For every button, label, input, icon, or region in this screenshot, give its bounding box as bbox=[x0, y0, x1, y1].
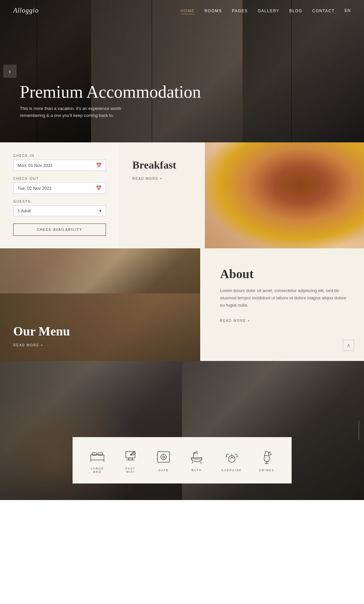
about-text: Lorem ipsum dolor sit amet, consectetur … bbox=[220, 287, 349, 309]
svg-rect-1 bbox=[92, 453, 97, 455]
language-selector[interactable]: EN bbox=[344, 8, 351, 13]
svg-point-21 bbox=[194, 452, 195, 454]
drinks-icon bbox=[258, 449, 275, 465]
amenities-section: LARGE BED FAST WIFI bbox=[0, 361, 364, 500]
amenity-bath[interactable]: BATH bbox=[188, 449, 205, 472]
bath-label: BATH bbox=[192, 469, 202, 472]
bath-icon bbox=[188, 449, 205, 465]
hero-content: Premium Accommodation This is more than … bbox=[20, 82, 201, 119]
nav-gallery[interactable]: GALLERY bbox=[258, 9, 280, 13]
scroll-up-button[interactable]: ∧ bbox=[343, 340, 354, 351]
nav-contact[interactable]: CONTACT bbox=[312, 9, 335, 13]
breakfast-text: Breakfast READ MORE + bbox=[132, 159, 176, 181]
breakfast-title: Breakfast bbox=[132, 159, 176, 171]
safe-icon bbox=[155, 449, 172, 465]
menu-panel: Our Menu READ MORE + bbox=[0, 248, 205, 361]
brand-logo: Alloggio bbox=[13, 7, 39, 14]
drinks-label: DRINKS bbox=[259, 469, 274, 472]
menu-about-section: Our Menu READ MORE + About Lorem ipsum d… bbox=[0, 248, 364, 361]
hero-title: Premium Accommodation bbox=[20, 82, 201, 101]
svg-point-8 bbox=[130, 454, 132, 455]
nav-blog[interactable]: BLOG bbox=[289, 9, 302, 13]
about-panel: About Lorem ipsum dolor sit amet, consec… bbox=[205, 248, 364, 361]
amenity-safe[interactable]: SAFE bbox=[155, 449, 172, 472]
safe-label: SAFE bbox=[158, 469, 169, 472]
large-bed-label: LARGE BED bbox=[89, 467, 106, 474]
guests-value: 1 Adult bbox=[18, 208, 31, 213]
checkin-label: CHECK-IN bbox=[13, 154, 106, 158]
menu-title: Our Menu bbox=[13, 324, 70, 338]
hero-subtitle: This is more than a vacation, it's an ex… bbox=[20, 105, 146, 119]
amenity-drinks[interactable]: DRINKS bbox=[258, 449, 275, 472]
checkout-calendar-icon: 📅 bbox=[96, 185, 102, 191]
breakfast-panel: Breakfast READ MORE + bbox=[119, 142, 364, 248]
fast-wifi-label: FAST WIFI bbox=[122, 467, 139, 474]
checkin-value: Mon, 01 Nov 2021 bbox=[18, 163, 53, 168]
breakfast-image bbox=[205, 142, 364, 248]
main-nav: Alloggio HOME ROOMS PAGES GALLERY BLOG C… bbox=[0, 0, 364, 21]
booking-breakfast-section: CHECK-IN Mon, 01 Nov 2021 📅 CHECK-OUT Tu… bbox=[0, 142, 364, 248]
amenities-card: LARGE BED FAST WIFI bbox=[72, 437, 292, 483]
about-read-more[interactable]: READ MORE + bbox=[220, 319, 250, 323]
amenity-fast-wifi[interactable]: FAST WIFI bbox=[122, 447, 139, 474]
breakfast-read-more[interactable]: READ MORE + bbox=[132, 177, 162, 180]
nav-pages[interactable]: PAGES bbox=[232, 9, 248, 13]
about-title: About bbox=[220, 267, 349, 281]
booking-panel: CHECK-IN Mon, 01 Nov 2021 📅 CHECK-OUT Tu… bbox=[0, 142, 119, 248]
guests-select[interactable]: 1 Adult ▾ bbox=[13, 205, 106, 216]
nav-links: HOME ROOMS PAGES GALLERY BLOG CONTACT bbox=[181, 8, 335, 14]
large-bed-icon bbox=[89, 447, 106, 464]
hero-overlay bbox=[0, 0, 364, 142]
nav-home[interactable]: HOME bbox=[181, 9, 195, 14]
exercise-label: EXERCISE bbox=[221, 469, 242, 472]
hero-section: Alloggio HOME ROOMS PAGES GALLERY BLOG C… bbox=[0, 0, 364, 142]
check-availability-button[interactable]: CHECK AVAILABILITY bbox=[13, 224, 106, 236]
exercise-icon bbox=[223, 449, 240, 465]
svg-rect-18 bbox=[191, 458, 202, 459]
checkin-input[interactable]: Mon, 01 Nov 2021 📅 bbox=[13, 160, 106, 171]
scroll-indicator bbox=[359, 421, 359, 440]
svg-line-24 bbox=[230, 457, 232, 459]
menu-content: Our Menu READ MORE + bbox=[13, 324, 70, 348]
amenity-exercise[interactable]: EXERCISE bbox=[221, 449, 242, 472]
guests-label: GUESTS: bbox=[13, 200, 106, 203]
svg-line-20 bbox=[201, 462, 201, 464]
hero-prev-button[interactable]: ‹ bbox=[3, 65, 17, 78]
checkout-value: Tue, 02 Nov 2021 bbox=[18, 186, 52, 191]
menu-read-more[interactable]: READ MORE + bbox=[13, 343, 43, 347]
svg-line-19 bbox=[192, 462, 193, 464]
checkin-calendar-icon: 📅 bbox=[96, 163, 102, 168]
checkout-label: CHECK-OUT bbox=[13, 177, 106, 180]
svg-line-25 bbox=[232, 457, 233, 458]
checkout-input[interactable]: Tue, 02 Nov 2021 📅 bbox=[13, 182, 106, 194]
fast-wifi-icon bbox=[122, 447, 139, 464]
amenity-large-bed[interactable]: LARGE BED bbox=[89, 447, 106, 474]
svg-point-22 bbox=[228, 456, 235, 462]
svg-rect-2 bbox=[98, 453, 103, 455]
svg-point-10 bbox=[161, 454, 166, 460]
nav-rooms[interactable]: ROOMS bbox=[205, 9, 222, 13]
svg-rect-9 bbox=[158, 452, 169, 462]
svg-point-11 bbox=[162, 456, 164, 458]
svg-rect-6 bbox=[128, 458, 132, 460]
chevron-down-icon: ▾ bbox=[99, 208, 102, 213]
